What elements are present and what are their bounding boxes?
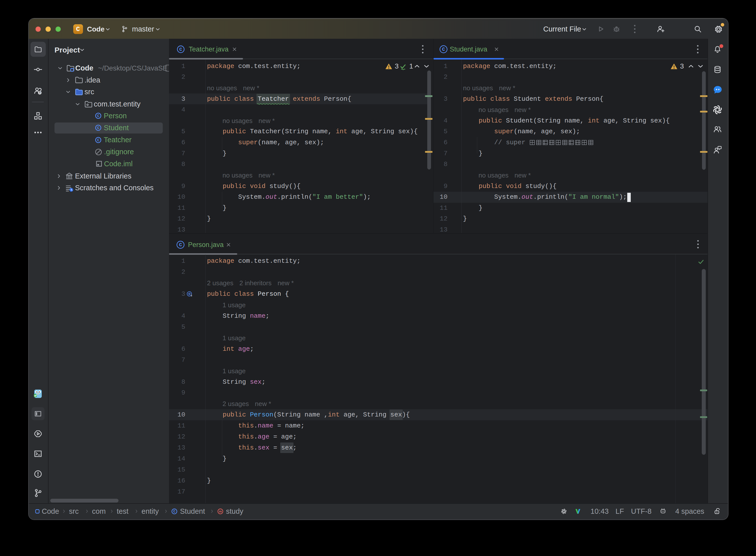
svg-text:C: C bbox=[173, 510, 175, 514]
svg-text:C: C bbox=[179, 242, 182, 248]
svg-text:C: C bbox=[97, 114, 100, 118]
svg-text:C: C bbox=[97, 126, 100, 130]
svg-text:C: C bbox=[97, 138, 100, 142]
svg-text:m: m bbox=[219, 510, 222, 513]
svg-text:?: ? bbox=[39, 91, 40, 94]
svg-text:C: C bbox=[179, 47, 182, 52]
svg-text:C: C bbox=[442, 46, 445, 52]
